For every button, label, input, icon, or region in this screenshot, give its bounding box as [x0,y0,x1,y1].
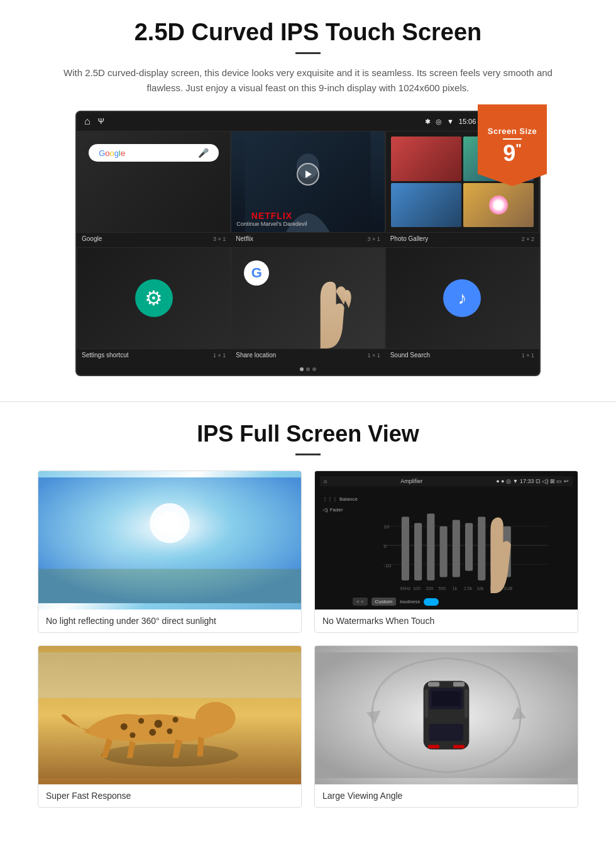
svg-rect-52 [428,682,439,686]
settings-cell-inner: ⚙ [77,248,230,348]
app-cell-sound[interactable]: ♪ [385,247,539,349]
features-grid: No light reflecting under 360° direct su… [38,470,578,808]
play-triangle [305,170,312,178]
svg-rect-50 [424,689,427,718]
loudness-text: loudness [400,599,420,604]
app-label-row-top: Google 3 × 1 Netflix 3 × 1 Photo Gallery… [77,233,539,247]
svg-text:10: 10 [383,524,389,530]
svg-text:0: 0 [383,543,387,549]
eq-svg: 10 0 -10 [360,491,570,599]
app-label-gallery: Photo Gallery 2 × 2 [385,235,539,242]
settings-grid-size: 1 × 1 [213,352,226,359]
svg-rect-3 [38,569,301,603]
music-note-icon: ♪ [458,288,466,308]
feature-img-car [315,646,578,784]
location-icon: ◎ [436,118,442,126]
amp-icons: ● ● ◎ ▼ 17:33 ⊡ ◁) ⊠ ▭ ↩ [496,478,569,484]
home-icon[interactable]: ⌂ [84,116,91,127]
usb-icon: Ψ [98,117,104,126]
sound-app-name: Sound Search [390,352,430,359]
svg-text:SUB: SUB [503,586,513,591]
title-underline [295,52,321,54]
svg-text:200: 200 [426,586,433,591]
google-search-box[interactable]: Google 🎤 [89,144,219,162]
amp-title: Amplifier [400,478,422,484]
hand-gesture [231,248,384,348]
gallery-app-name: Photo Gallery [390,235,429,242]
wifi-icon: ▼ [447,118,454,125]
play-button[interactable] [297,163,319,186]
settings-app-name: Settings shortcut [82,352,128,359]
app-cell-settings[interactable]: ⚙ [77,247,231,349]
balance-control: ⋮⋮⋮Balance [322,496,354,502]
svg-rect-14 [414,523,422,581]
svg-text:-10: -10 [383,563,391,569]
svg-text:100: 100 [413,586,421,591]
app-cell-share[interactable]: G [231,247,385,349]
netflix-overlay: NETFLIX Continue Marvel's Daredevil [236,211,307,227]
sound-circle: ♪ [443,279,481,317]
google-cell-inner: Google 🎤 [77,131,230,232]
app-grid-bottom: ⚙ G [77,247,539,349]
badge-size: 9" [503,142,522,165]
feature-caption-amplifier: No Watermarks When Touch [315,610,578,632]
app-label-netflix: Netflix 3 × 1 [231,235,385,242]
amp-home: ⌂ [324,478,327,484]
mic-icon: 🎤 [198,148,209,158]
section2-underline [295,454,321,455]
app-cell-netflix[interactable]: NETFLIX Continue Marvel's Daredevil [231,131,385,233]
svg-point-35 [121,723,128,730]
feature-img-cheetah [38,646,301,784]
feature-card-sunlight: No light reflecting under 360° direct su… [38,470,302,633]
app-grid-top: Google 🎤 [77,131,539,233]
cheetah-visual [38,646,301,784]
svg-rect-54 [428,745,439,748]
app-label-share: Share location 1 × 1 [231,352,385,359]
amplifier-visual: ⌂ Amplifier ● ● ◎ ▼ 17:33 ⊡ ◁) ⊠ ▭ ↩ ⋮⋮⋮… [315,471,578,610]
svg-point-33 [101,743,238,766]
app-label-row-bottom: Settings shortcut 1 × 1 Share location 1… [77,349,539,364]
share-cell-inner: G [231,248,384,348]
netflix-app-name: Netflix [236,235,253,242]
feature-caption-car: Large Viewing Angle [315,784,578,807]
app-label-sound: Sound Search 1 × 1 [385,352,539,359]
app-label-settings: Settings shortcut 1 × 1 [77,352,231,359]
google-app-name: Google [82,235,102,242]
badge-title: Screen Size [488,126,537,136]
feature-caption-sunlight: No light reflecting under 360° direct su… [38,610,301,632]
feature-card-cheetah: Super Fast Response [38,645,302,808]
amp-bottom-bar: < < Custom loudness [353,598,439,606]
svg-point-41 [167,728,172,734]
svg-text:60Hz: 60Hz [400,586,411,591]
svg-point-5 [158,512,181,535]
loudness-toggle[interactable] [424,598,439,606]
sunlight-visual [38,471,301,610]
svg-rect-13 [402,516,409,580]
section-ips-view: IPS Full Screen View [0,415,616,827]
custom-button[interactable]: Custom [371,598,397,606]
dot-2 [306,367,310,371]
gallery-photo-3 [391,183,461,228]
feature-img-amplifier: ⌂ Amplifier ● ● ◎ ▼ 17:33 ⊡ ◁) ⊠ ▭ ↩ ⋮⋮⋮… [315,471,578,610]
netflix-cell-inner: NETFLIX Continue Marvel's Daredevil [231,131,384,232]
gallery-photo-1 [391,136,461,181]
page-dots [77,364,539,375]
svg-point-36 [138,718,144,724]
svg-rect-16 [440,526,448,577]
app-label-google: Google 3 × 1 [77,235,231,242]
svg-text:10k: 10k [476,586,484,591]
prev-button[interactable]: < < [353,598,368,606]
app-cell-google[interactable]: Google 🎤 [77,131,231,233]
svg-rect-18 [465,523,473,571]
svg-point-37 [154,720,162,728]
svg-rect-55 [453,745,465,748]
svg-rect-32 [38,652,301,698]
svg-rect-51 [465,689,468,718]
badge-divider [503,138,522,140]
svg-rect-53 [453,682,465,686]
svg-rect-19 [478,516,485,580]
svg-rect-48 [429,724,464,741]
netflix-logo: NETFLIX [236,211,307,221]
fader-control: ◁)Fader [322,507,354,513]
svg-point-39 [129,732,135,738]
